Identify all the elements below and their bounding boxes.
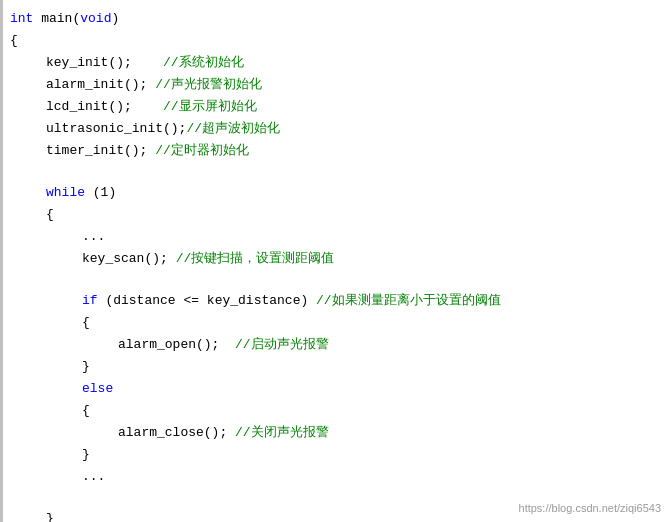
code-line: lcd_init(); //显示屏初始化 bbox=[0, 96, 671, 118]
code-token: ultrasonic_init(); bbox=[46, 121, 186, 136]
code-content: int main(void){key_init(); //系统初始化alarm_… bbox=[0, 8, 671, 522]
code-token: if bbox=[82, 293, 98, 308]
left-margin-bar bbox=[0, 0, 3, 522]
code-token: (distance <= key_distance) bbox=[98, 293, 316, 308]
code-token: main( bbox=[41, 11, 80, 26]
code-token: else bbox=[82, 381, 113, 396]
code-line: else bbox=[0, 378, 671, 400]
code-line: timer_init(); //定时器初始化 bbox=[0, 140, 671, 162]
code-token: { bbox=[46, 207, 54, 222]
code-token: } bbox=[82, 447, 90, 462]
code-token: while bbox=[46, 185, 85, 200]
code-token: //关闭声光报警 bbox=[235, 425, 329, 440]
code-token: { bbox=[82, 403, 90, 418]
code-token: //按键扫描，设置测距阈值 bbox=[176, 251, 335, 266]
code-line: while (1) bbox=[0, 182, 671, 204]
code-line: ultrasonic_init();//超声波初始化 bbox=[0, 118, 671, 140]
code-token: } bbox=[82, 359, 90, 374]
code-line: alarm_init(); //声光报警初始化 bbox=[0, 74, 671, 96]
code-line bbox=[0, 270, 671, 290]
code-token: { bbox=[10, 33, 18, 48]
code-line: { bbox=[0, 400, 671, 422]
code-line: alarm_open(); //启动声光报警 bbox=[0, 334, 671, 356]
code-line bbox=[0, 162, 671, 182]
code-token: ... bbox=[82, 469, 105, 484]
code-line: } bbox=[0, 356, 671, 378]
code-line: ... bbox=[0, 466, 671, 488]
code-line: { bbox=[0, 30, 671, 52]
code-token: lcd_init(); bbox=[46, 99, 163, 114]
code-line: { bbox=[0, 204, 671, 226]
code-token: alarm_open(); bbox=[118, 337, 235, 352]
code-line: } bbox=[0, 444, 671, 466]
code-token: key_init(); bbox=[46, 55, 163, 70]
code-line: alarm_close(); //关闭声光报警 bbox=[0, 422, 671, 444]
code-token: } bbox=[46, 511, 54, 522]
code-token: (1) bbox=[85, 185, 116, 200]
code-editor: int main(void){key_init(); //系统初始化alarm_… bbox=[0, 0, 671, 522]
code-token: alarm_close(); bbox=[118, 425, 235, 440]
code-token: void bbox=[80, 11, 111, 26]
code-token: //定时器初始化 bbox=[155, 143, 249, 158]
code-token: //声光报警初始化 bbox=[155, 77, 262, 92]
code-token: //启动声光报警 bbox=[235, 337, 329, 352]
code-token: { bbox=[82, 315, 90, 330]
code-token: ) bbox=[111, 11, 119, 26]
code-line: key_scan(); //按键扫描，设置测距阈值 bbox=[0, 248, 671, 270]
code-token: //超声波初始化 bbox=[186, 121, 280, 136]
code-line: if (distance <= key_distance) //如果测量距离小于… bbox=[0, 290, 671, 312]
code-token: ... bbox=[82, 229, 105, 244]
code-line: ... bbox=[0, 226, 671, 248]
code-token: int bbox=[10, 11, 41, 26]
code-token: //显示屏初始化 bbox=[163, 99, 257, 114]
code-token: //系统初始化 bbox=[163, 55, 244, 70]
code-line: int main(void) bbox=[0, 8, 671, 30]
code-token: alarm_init(); bbox=[46, 77, 155, 92]
code-line: key_init(); //系统初始化 bbox=[0, 52, 671, 74]
code-line: { bbox=[0, 312, 671, 334]
watermark: https://blog.csdn.net/ziqi6543 bbox=[519, 502, 661, 514]
code-token: key_scan(); bbox=[82, 251, 176, 266]
code-token: timer_init(); bbox=[46, 143, 155, 158]
code-token: //如果测量距离小于设置的阈值 bbox=[316, 293, 501, 308]
